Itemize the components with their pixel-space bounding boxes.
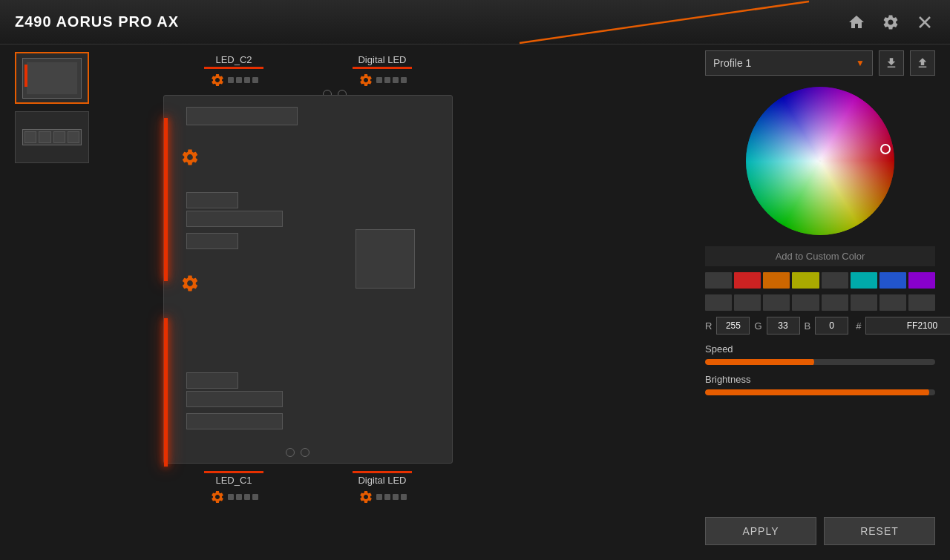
led-c2-label: LED_C2 bbox=[215, 54, 252, 65]
color-swatch[interactable] bbox=[734, 294, 761, 311]
reset-button[interactable]: RESET bbox=[824, 517, 935, 545]
top-led-labels: LED_C2 Digital LED bbox=[108, 54, 508, 88]
color-swatch[interactable] bbox=[822, 272, 848, 289]
profile-dropdown-arrow: ▼ bbox=[856, 58, 865, 68]
digital-led-top-dots bbox=[376, 77, 407, 83]
mb-slot-bottom-1 bbox=[186, 372, 238, 389]
profile-export-button[interactable] bbox=[910, 50, 935, 76]
digital-led-top-gear-icon[interactable] bbox=[358, 73, 373, 88]
color-swatch[interactable] bbox=[705, 272, 732, 289]
speed-section: Speed bbox=[705, 343, 935, 365]
color-swatch[interactable] bbox=[763, 294, 790, 311]
digital-led-bottom-gear-icon[interactable] bbox=[358, 490, 373, 504]
color-swatch[interactable] bbox=[879, 294, 906, 311]
digital-led-top-icons bbox=[358, 73, 407, 88]
app-title: Z490 AORUS PRO AX bbox=[15, 13, 179, 30]
color-swatch[interactable] bbox=[851, 294, 877, 311]
digital-led-bottom-dots bbox=[376, 494, 407, 500]
color-swatch[interactable] bbox=[908, 294, 935, 311]
g-input[interactable] bbox=[767, 317, 800, 335]
speed-thumb[interactable] bbox=[804, 359, 814, 365]
brightness-slider[interactable] bbox=[705, 389, 935, 395]
circle-bottom-2 bbox=[301, 448, 309, 457]
digital-led-bottom-group: Digital LED bbox=[353, 471, 412, 504]
led-c1-dots bbox=[228, 494, 258, 500]
speed-fill bbox=[705, 359, 809, 365]
mb-gear-middle[interactable] bbox=[180, 274, 200, 293]
mb-slot-1 bbox=[186, 192, 238, 208]
color-swatch[interactable] bbox=[705, 294, 732, 311]
color-swatches-row2 bbox=[705, 294, 935, 311]
color-swatch[interactable] bbox=[792, 294, 819, 311]
title-bar-icons bbox=[846, 12, 935, 33]
close-button[interactable] bbox=[914, 12, 935, 33]
led-c2-icons bbox=[210, 73, 258, 88]
profile-row: Profile 1 ▼ bbox=[705, 50, 935, 76]
ram-thumbnail-image bbox=[22, 129, 82, 145]
b-label: B bbox=[805, 320, 811, 332]
color-swatch[interactable] bbox=[792, 272, 819, 289]
r-input[interactable] bbox=[716, 317, 750, 335]
title-bar: Z490 AORUS PRO AX bbox=[0, 0, 950, 45]
color-swatch[interactable] bbox=[822, 294, 848, 311]
center-area: LED_C2 Digital LED bbox=[108, 50, 508, 508]
brightness-label: Brightness bbox=[705, 374, 935, 385]
led-strip-left-bottom bbox=[164, 318, 168, 467]
led-c1-underline bbox=[204, 471, 263, 473]
led-c2-gear-icon[interactable] bbox=[210, 73, 225, 88]
color-swatch[interactable] bbox=[851, 272, 877, 289]
led-c2-group: LED_C2 bbox=[204, 54, 263, 88]
mb-slot-3 bbox=[186, 233, 238, 249]
mb-thumbnail-image bbox=[22, 58, 82, 99]
color-wheel-container[interactable] bbox=[705, 87, 935, 235]
mb-gear-top[interactable] bbox=[180, 148, 200, 167]
mb-slot-2 bbox=[186, 211, 283, 227]
led-c1-group: LED_C1 bbox=[204, 471, 263, 504]
profile-import-button[interactable] bbox=[879, 50, 904, 76]
brightness-section: Brightness bbox=[705, 374, 935, 395]
color-wheel-canvas[interactable] bbox=[746, 87, 894, 235]
led-c1-gear-icon[interactable] bbox=[210, 490, 225, 504]
action-buttons: APPLY RESET bbox=[705, 517, 935, 545]
motherboard-visual bbox=[163, 95, 453, 464]
mb-slot-bottom-2 bbox=[186, 391, 283, 407]
settings-icon bbox=[882, 13, 900, 31]
home-button[interactable] bbox=[846, 12, 867, 33]
circle-bottom-1 bbox=[286, 448, 295, 457]
digital-led-bottom-label: Digital LED bbox=[358, 475, 406, 486]
hex-input[interactable] bbox=[865, 317, 950, 335]
b-input[interactable] bbox=[815, 317, 848, 335]
profile-dropdown[interactable]: Profile 1 ▼ bbox=[705, 50, 873, 76]
digital-led-top-group: Digital LED bbox=[353, 54, 412, 88]
svg-line-0 bbox=[520, 1, 809, 43]
brightness-fill bbox=[705, 389, 924, 395]
close-icon bbox=[917, 15, 932, 30]
led-c1-label: LED_C1 bbox=[215, 475, 252, 486]
add-custom-color-button[interactable]: Add to Custom Color bbox=[705, 246, 935, 266]
rgb-values-row: R G B # bbox=[705, 317, 935, 335]
g-label: G bbox=[754, 320, 761, 332]
color-wheel[interactable] bbox=[746, 87, 894, 235]
settings-button[interactable] bbox=[880, 12, 901, 33]
led-c2-underline bbox=[204, 67, 263, 69]
digital-led-top-label: Digital LED bbox=[358, 54, 406, 65]
apply-button[interactable]: APPLY bbox=[705, 517, 816, 545]
bottom-led-labels: LED_C1 Digital LED bbox=[108, 471, 508, 504]
home-icon bbox=[848, 13, 865, 31]
mb-chip bbox=[356, 229, 415, 289]
profile-selected-value: Profile 1 bbox=[713, 57, 751, 69]
led-c1-icons bbox=[210, 490, 258, 504]
led-strip-left-top bbox=[164, 118, 168, 281]
right-panel: Profile 1 ▼ Add to Custom Color R G B bbox=[705, 50, 935, 404]
color-swatch[interactable] bbox=[763, 272, 790, 289]
digital-led-bottom-underline bbox=[353, 471, 412, 473]
color-swatch[interactable] bbox=[879, 272, 906, 289]
speed-slider[interactable] bbox=[705, 359, 935, 365]
thumbnail-motherboard[interactable] bbox=[15, 52, 89, 104]
color-swatch[interactable] bbox=[908, 272, 935, 289]
thumbnail-ram[interactable] bbox=[15, 111, 89, 163]
color-swatch[interactable] bbox=[734, 272, 761, 289]
color-swatches-row1 bbox=[705, 272, 935, 289]
brightness-thumb[interactable] bbox=[919, 389, 929, 395]
left-panel bbox=[15, 52, 96, 163]
